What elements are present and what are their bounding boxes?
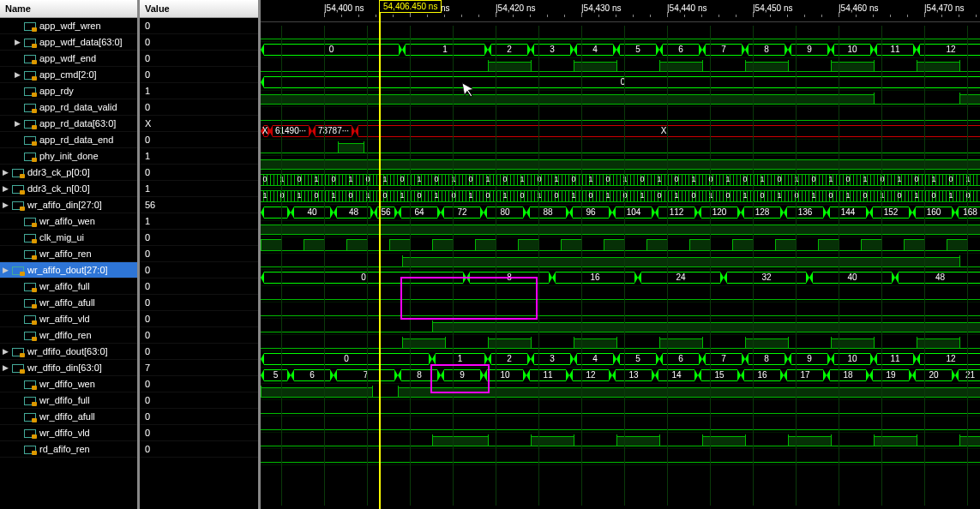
signal-label: app_rd_data_valid (39, 102, 117, 112)
expand-icon[interactable]: ▶ (14, 70, 21, 79)
signal-row-rd-afifo-ren[interactable]: rd_afifo_ren (0, 441, 137, 458)
expand-icon[interactable]: ▶ (2, 184, 9, 193)
cursor-line[interactable] (379, 0, 381, 509)
waveform-row[interactable] (261, 254, 980, 270)
expand-icon[interactable]: ▶ (2, 347, 9, 356)
signal-icon (24, 379, 36, 389)
waveform-row[interactable] (261, 140, 980, 156)
signal-label: rd_afifo_ren (39, 444, 90, 454)
waveform-row[interactable] (261, 433, 980, 449)
signal-row-wr-dfifo-full[interactable]: wr_dfifo_full (0, 392, 137, 409)
bus-value: 5 (274, 370, 279, 380)
waveform-row[interactable]: 081624324048 (261, 270, 980, 286)
expand-icon[interactable]: ▶ (14, 38, 21, 46)
waveform-row[interactable] (261, 237, 980, 254)
signal-row-wr-afifo-ren[interactable]: wr_afifo_ren (0, 246, 137, 262)
waveform-row[interactable] (261, 221, 980, 237)
signal-row-wr-afifo-vld[interactable]: wr_afifo_vld (0, 311, 137, 327)
cursor-label[interactable]: 54,406.450 ns (379, 0, 442, 13)
signal-row-wr-dfifo-afull[interactable]: wr_dfifo_afull (0, 409, 137, 425)
signal-row-ddr3-ck-p-0-0-[interactable]: ▶ddr3_ck_p[0:0] (0, 165, 137, 181)
signal-row-app-cmd-2-0-[interactable]: ▶app_cmd[2:0] (0, 67, 137, 83)
waveform-row[interactable] (261, 26, 980, 42)
bus-value: 4 (592, 354, 598, 363)
waveform-row[interactable] (261, 302, 980, 319)
waveform-row[interactable] (261, 91, 980, 107)
waveform-row[interactable]: 56789101112131415161718192021 (261, 368, 980, 384)
waveform-row[interactable]: X61490···73787···X (261, 123, 980, 140)
expand-icon[interactable]: ▶ (2, 363, 9, 372)
bus-value: 120 (712, 207, 727, 217)
signal-row-app-rd-data-63-0-[interactable]: ▶app_rd_data[63:0] (0, 116, 137, 132)
signal-row-ddr3-ck-n-0-0-[interactable]: ▶ddr3_ck_n[0:0] (0, 181, 137, 197)
bus-value: 14 (671, 370, 681, 380)
time-ruler[interactable]: |54,400 ns|54,410 ns|54,420 ns|54,430 ns… (261, 0, 980, 21)
waveform-row[interactable] (261, 58, 980, 75)
signal-icon (24, 53, 36, 63)
waveform-row[interactable] (261, 335, 980, 351)
waveform-row[interactable] (261, 107, 980, 123)
signal-value: 0 (140, 230, 258, 246)
signal-icon (24, 281, 36, 291)
bus-value: 8 (764, 354, 769, 363)
signal-row-wr-dfifo-ren[interactable]: wr_dfifo_ren (0, 327, 137, 344)
signal-row-wr-afifo-dout-27-0-[interactable]: ▶wr_afifo_dout[27:0] (0, 262, 137, 278)
signal-row-app-rdy[interactable]: app_rdy (0, 83, 137, 99)
name-header: Name (0, 0, 137, 18)
bus-value: 11 (890, 354, 899, 363)
signal-value: 1 (140, 213, 258, 230)
signal-icon (24, 232, 36, 243)
expand-icon[interactable]: ▶ (2, 168, 9, 177)
waveform-row[interactable]: 4048566472808896104112120128136144152160… (261, 205, 980, 221)
expand-icon[interactable]: ▶ (14, 119, 21, 128)
signal-label: ddr3_ck_p[0:0] (27, 167, 90, 177)
signal-row-app-rd-data-end[interactable]: app_rd_data_end (0, 132, 137, 148)
signal-row-wr-dfifo-din-63-0-[interactable]: ▶wr_dfifo_din[63:0] (0, 360, 137, 376)
bus-value: 10 (847, 45, 857, 54)
bus-value: 16 (757, 370, 767, 380)
bus-value: 8 (417, 370, 422, 380)
waveform-row[interactable] (261, 286, 980, 302)
signal-row-wr-dfifo-dout-63-0-[interactable]: ▶wr_dfifo_dout[63:0] (0, 344, 137, 360)
bus-value: 15 (714, 370, 724, 380)
signal-row-wr-afifo-afull[interactable]: wr_afifo_afull (0, 295, 137, 311)
signal-row-wr-dfifo-wen[interactable]: wr_dfifo_wen (0, 376, 137, 392)
bus-value: 32 (761, 272, 771, 282)
signal-row-wr-afifo-din-27-0-[interactable]: ▶wr_afifo_din[27:0] (0, 197, 137, 213)
signal-value: X (140, 116, 258, 132)
signal-row-wr-dfifo-vld[interactable]: wr_dfifo_vld (0, 425, 137, 441)
expand-icon[interactable]: ▶ (2, 266, 9, 274)
signal-label: clk_mig_ui (39, 232, 84, 243)
signal-row-clk-mig-ui[interactable]: clk_mig_ui (0, 230, 137, 246)
signal-icon (24, 151, 36, 161)
waveform-row[interactable] (261, 319, 980, 335)
waveform-row[interactable]: 0101010101010101010101010101010101010101… (261, 172, 980, 189)
waveform-row[interactable]: 0123456789101112 (261, 351, 980, 368)
expand-icon[interactable]: ▶ (2, 201, 9, 209)
signal-row-app-wdf-end[interactable]: app_wdf_end (0, 51, 137, 67)
waveform-row[interactable] (261, 416, 980, 433)
waveform-row[interactable] (261, 449, 980, 465)
signal-label: wr_afifo_full (39, 281, 90, 291)
signal-label: wr_afifo_dout[27:0] (27, 265, 108, 275)
signal-row-app-wdf-data-63-0-[interactable]: ▶app_wdf_data[63:0] (0, 34, 137, 51)
waveform-row[interactable] (261, 400, 980, 416)
waveform-area[interactable]: 54,406.450 ns |54,400 ns|54,410 ns|54,42… (261, 0, 980, 509)
waveform-row[interactable]: 1010101010101010101010101010101010101010… (261, 189, 980, 205)
signal-row-wr-afifo-full[interactable]: wr_afifo_full (0, 278, 137, 295)
highlight-box (430, 364, 490, 393)
signal-icon (24, 69, 36, 80)
signal-row-phy-init-done[interactable]: phy_init_done (0, 148, 137, 165)
signal-label: wr_afifo_din[27:0] (27, 200, 102, 210)
waveform-row[interactable] (261, 384, 980, 400)
waveform-row[interactable]: 0 (261, 75, 980, 91)
waveform-row[interactable] (261, 156, 980, 172)
signal-value: 0 (140, 34, 258, 51)
waveform-row[interactable]: 0123456789101112 (261, 42, 980, 58)
signal-label: app_wdf_end (39, 53, 96, 63)
signal-icon (24, 37, 36, 47)
signal-row-app-rd-data-valid[interactable]: app_rd_data_valid (0, 99, 137, 116)
signal-row-wr-afifo-wen[interactable]: wr_afifo_wen (0, 213, 137, 230)
signal-row-app-wdf-wren[interactable]: app_wdf_wren (0, 18, 137, 34)
bus-value: 104 (627, 207, 641, 217)
